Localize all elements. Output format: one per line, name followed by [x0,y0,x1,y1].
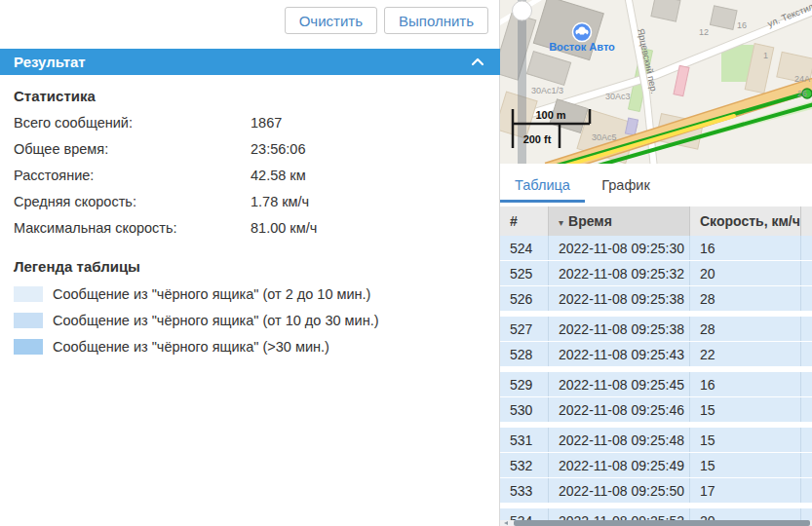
clear-button[interactable]: Очистить [285,7,377,34]
execute-button[interactable]: Выполнить [384,7,488,34]
legend-label: Сообщение из "чёрного ящика" (>30 мин.) [53,339,329,355]
table-row[interactable]: 525 2022-11-08 09:25:32 20 [500,261,812,286]
building-label: 26 [797,89,807,98]
column-header-num[interactable]: # [500,207,549,236]
cell-num: 533 [500,478,549,503]
statistic-label: Средняя скорость: [14,189,251,215]
result-content: Статистика Всего сообщений: 1867 Общее в… [0,75,499,359]
cell-speed: 15 [690,428,801,452]
cell-speed: 16 [690,236,801,260]
statistic-value: 81.00 км/ч [251,215,317,242]
table-row[interactable]: 528 2022-11-08 09:25:43 22 [500,342,812,367]
cell-num: 534 [500,508,549,520]
cell-num: 531 [500,428,549,452]
tab-bar: Таблица График [500,164,812,207]
table-body: 524 2022-11-08 09:25:30 16 525 2022-11-0… [500,236,812,520]
statistic-row: Всего сообщений: 1867 [14,110,485,136]
cell-speed: 15 [690,453,801,477]
cell-time: 2022-11-08 09:25:30 [549,236,690,260]
building-label: 30Ас1/3 [531,86,563,95]
map-zoom-slider-handle[interactable] [513,1,532,20]
tab-table[interactable]: Таблица [500,164,585,207]
legend-item: Сообщение из "чёрного ящика" (>30 мин.) [14,333,485,359]
statistic-value: 1.78 км/ч [251,189,309,215]
table-row[interactable]: 532 2022-11-08 09:25:49 15 [500,453,812,478]
scrollbar-thumb[interactable] [514,520,810,526]
column-header-speed[interactable]: Скорость, км/ч [690,207,801,236]
building-label: 16 [737,20,747,30]
scrollbar-left-arrow-icon[interactable] [504,521,508,525]
table-row[interactable]: 533 2022-11-08 09:25:50 17 [500,478,812,504]
right-panel: 30Ас1/3 30Ас3 30Ас5 12 16 1 24А 26 Ярцев… [500,0,812,526]
table-row[interactable]: 529 2022-11-08 09:25:45 16 [500,372,812,397]
result-section-header[interactable]: Результат [0,49,500,75]
cell-num: 530 [500,397,549,422]
table-row[interactable]: 524 2022-11-08 09:25:30 16 [500,236,812,261]
cell-speed: 20 [690,508,801,520]
toolbar: Очистить Выполнить [285,7,488,34]
table-header: # ▾Время Скорость, км/ч [500,207,812,236]
legend-color-swatch [14,313,43,328]
cell-speed: 28 [690,317,801,341]
column-header-filler [801,207,812,236]
tab-chart[interactable]: График [585,164,667,207]
cell-num: 528 [500,342,549,366]
poi-label: Восток Авто [549,41,615,53]
cell-speed: 22 [690,342,801,366]
cell-num: 525 [500,261,549,285]
statistic-row: Максимальная скорость: 81.00 км/ч [14,215,485,242]
statistic-row: Расстояние: 42.58 км [14,163,485,189]
statistic-row: Средняя скорость: 1.78 км/ч [14,189,485,215]
cell-num: 532 [500,453,549,477]
cell-num: 526 [500,286,549,311]
legend-item: Сообщение из "чёрного ящика" (от 2 до 10… [14,281,485,307]
statistic-label: Максимальная скорость: [14,215,251,242]
legend-color-swatch [14,286,43,302]
building-label: 30Ас5 [592,132,617,142]
legend-item: Сообщение из "чёрного ящика" (от 10 до 3… [14,307,485,333]
cell-time: 2022-11-08 09:25:48 [549,428,690,452]
table-row[interactable]: 534 2022-11-08 09:25:52 20 [500,508,812,520]
cell-time: 2022-11-08 09:25:50 [549,478,690,503]
legend-label: Сообщение из "чёрного ящика" (от 10 до 3… [53,313,379,328]
sort-caret-icon: ▾ [559,217,563,228]
cell-speed: 20 [690,261,801,285]
statistic-label: Всего сообщений: [14,110,251,136]
column-header-time[interactable]: ▾Время [549,207,690,236]
table-row[interactable]: 531 2022-11-08 09:25:48 15 [500,428,812,453]
map[interactable]: 30Ас1/3 30Ас3 30Ас5 12 16 1 24А 26 Ярцев… [500,0,812,164]
chevron-up-icon[interactable] [471,57,484,66]
building-label: 1 [763,51,768,60]
statistic-value: 1867 [251,110,282,136]
table-row[interactable]: 526 2022-11-08 09:25:38 28 [500,286,812,312]
horizontal-scrollbar[interactable] [500,520,812,526]
building-label: 30Ас3 [605,92,631,101]
statistic-label: Общее время: [14,136,251,163]
app-root: Очистить Выполнить Результат Статистика … [0,0,812,526]
cell-num: 524 [500,236,549,260]
cell-time: 2022-11-08 09:25:38 [549,317,690,341]
result-title: Результат [14,54,86,70]
cell-time: 2022-11-08 09:25:32 [549,261,690,285]
table-row[interactable]: 527 2022-11-08 09:25:38 28 [500,317,812,342]
cell-num: 529 [500,372,549,396]
cell-num: 527 [500,317,549,341]
cell-speed: 15 [690,397,801,422]
legend-title: Легенда таблицы [14,258,485,275]
statistic-value: 42.58 км [251,163,306,189]
table-row[interactable]: 530 2022-11-08 09:25:46 15 [500,397,812,423]
cell-time: 2022-11-08 09:25:45 [549,372,690,396]
legend-color-swatch [14,339,43,355]
cell-speed: 28 [690,286,801,311]
cell-time: 2022-11-08 09:25:52 [549,508,690,520]
cell-speed: 16 [690,372,801,396]
cell-time: 2022-11-08 09:25:49 [549,453,690,477]
statistics-title: Статистика [14,88,485,104]
table-legend: Сообщение из "чёрного ящика" (от 2 до 10… [14,281,485,359]
cell-time: 2022-11-08 09:25:46 [549,397,690,422]
cell-time: 2022-11-08 09:25:43 [549,342,690,366]
cell-time: 2022-11-08 09:25:38 [549,286,690,311]
scale-metric: 100 m [535,109,565,121]
legend-label: Сообщение из "чёрного ящика" (от 2 до 10… [53,286,370,302]
statistic-value: 23:56:06 [251,136,305,163]
